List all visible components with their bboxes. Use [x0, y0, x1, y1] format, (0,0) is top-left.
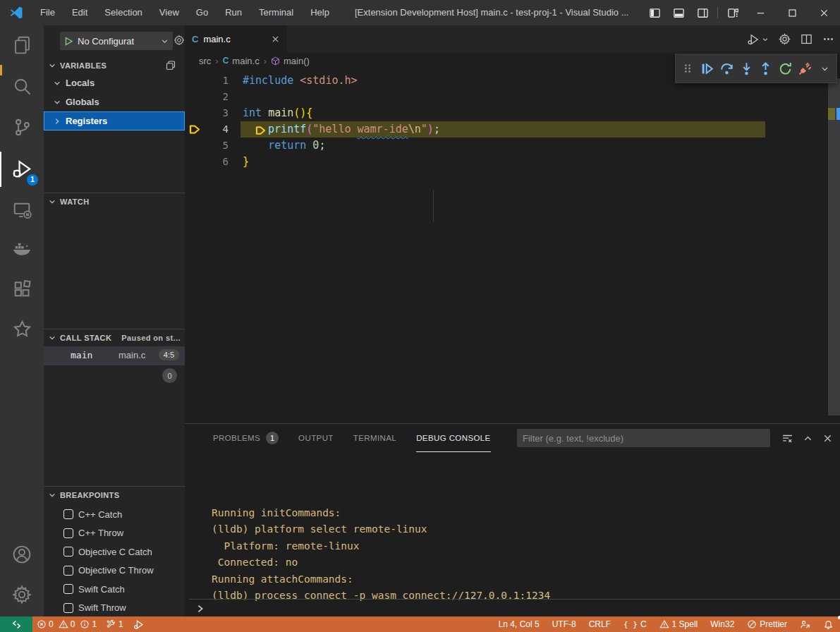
continue-button[interactable] [700, 58, 715, 79]
overview-ruler[interactable] [828, 78, 840, 415]
console-filter-input[interactable] [517, 429, 770, 447]
variables-section-header[interactable]: VARIABLES [44, 58, 185, 73]
debug-status-icon[interactable] [128, 616, 149, 632]
explorer-icon[interactable] [0, 28, 44, 61]
formatter-status[interactable]: Prettier [741, 616, 793, 632]
variables-tree-item[interactable]: Registers [44, 111, 185, 130]
stack-frame-row[interactable]: main main.c 4:5 [44, 346, 185, 365]
breakpoint-row[interactable]: Objective C Catch [44, 542, 185, 561]
run-or-debug-button[interactable] [747, 33, 769, 46]
settings-gear-icon[interactable] [0, 578, 44, 612]
glyph-margin[interactable] [185, 105, 206, 121]
breakpoint-checkbox[interactable] [63, 509, 73, 519]
tab-main-c[interactable]: C main.c [185, 25, 287, 53]
glyph-margin[interactable] [185, 138, 206, 154]
minimize-button[interactable] [745, 0, 777, 25]
breadcrumb-symbol[interactable]: main() [284, 56, 310, 66]
breakpoint-row[interactable]: Objective C Throw [44, 561, 185, 581]
language-mode[interactable]: { }C [617, 616, 653, 632]
start-debug-icon[interactable] [64, 37, 73, 46]
glyph-margin[interactable] [185, 121, 206, 138]
breakpoint-row[interactable]: Swift Throw [44, 599, 185, 618]
spell-checker-status[interactable]: 1 Spell [653, 616, 705, 632]
call-stack-section-header[interactable]: CALL STACK Paused on st... [44, 329, 185, 346]
glyph-margin[interactable] [185, 154, 206, 170]
debug-console-input[interactable] [189, 599, 840, 617]
breakpoint-checkbox[interactable] [63, 528, 73, 538]
notifications-bell-icon[interactable] [817, 616, 840, 632]
glyph-margin[interactable] [185, 73, 206, 89]
debug-config-dropdown[interactable]: No Configurat [60, 32, 173, 50]
panel-tab[interactable]: DEBUG CONSOLE [416, 424, 491, 452]
extensions-icon[interactable] [0, 272, 44, 306]
panel-tab[interactable]: TERMINAL [353, 424, 396, 452]
breakpoint-checkbox[interactable] [63, 566, 73, 576]
restart-button[interactable] [778, 58, 793, 79]
tools-status[interactable]: 1 [101, 616, 128, 632]
glyph-margin[interactable] [185, 89, 206, 105]
menu-item[interactable]: Run [217, 0, 250, 25]
debug-settings-gear-icon[interactable] [174, 35, 185, 46]
toggle-panel-button[interactable] [666, 0, 690, 25]
panel-tab[interactable]: OUTPUT [298, 424, 334, 452]
breakpoints-section-header[interactable]: BREAKPOINTS [44, 486, 185, 503]
feedback-icon[interactable] [793, 616, 817, 632]
code-editor[interactable]: 1 #include <stdio.h> 2 3 int main(){ 4 p… [185, 68, 828, 170]
breadcrumb-folder[interactable]: src [199, 56, 211, 66]
disconnect-button[interactable] [798, 58, 813, 79]
step-over-button[interactable] [719, 58, 735, 79]
cursor-position[interactable]: Ln 4, Col 5 [492, 616, 546, 632]
platform-target[interactable]: Win32 [704, 616, 741, 632]
toggle-sidebar-button[interactable] [643, 0, 666, 25]
chevron-down-icon[interactable] [817, 58, 832, 79]
menu-item[interactable]: File [32, 0, 63, 25]
search-icon[interactable] [0, 69, 44, 103]
breakpoint-row[interactable]: C++ Throw [44, 524, 185, 543]
problems-status[interactable]: 0 0 1 [32, 619, 101, 629]
breakpoint-row[interactable]: C++ Catch [44, 505, 185, 524]
encoding[interactable]: UTF-8 [546, 616, 583, 632]
close-panel-icon[interactable] [822, 433, 833, 444]
maximize-button[interactable] [777, 0, 808, 25]
eol-sequence[interactable]: CRLF [583, 616, 617, 632]
code-line[interactable]: 2 [185, 89, 828, 105]
variables-tree-item[interactable]: Globals [44, 92, 185, 111]
breakpoint-checkbox[interactable] [63, 603, 73, 613]
menu-item[interactable]: Go [188, 0, 217, 25]
panel-tab[interactable]: PROBLEMS 1 [213, 424, 279, 452]
breadcrumb-file[interactable]: main.c [232, 56, 259, 66]
step-out-button[interactable] [758, 58, 774, 79]
breakpoint-checkbox[interactable] [63, 547, 73, 557]
remote-explorer-icon[interactable] [0, 193, 44, 226]
clear-filter-icon[interactable] [781, 432, 793, 444]
menu-item[interactable]: Edit [63, 0, 96, 25]
code-line[interactable]: 6 } [185, 154, 828, 170]
split-editor-icon[interactable] [801, 33, 812, 45]
variables-tree-item[interactable]: Locals [44, 73, 185, 92]
run-and-debug-icon[interactable]: 1 [0, 152, 44, 186]
step-into-button[interactable] [738, 58, 754, 79]
code-line[interactable]: 5 return 0; [185, 138, 828, 154]
copy-icon[interactable] [165, 60, 176, 71]
source-control-icon[interactable] [0, 110, 44, 144]
menu-item[interactable]: Terminal [250, 0, 302, 25]
toggle-secondary-sidebar-button[interactable] [690, 0, 714, 25]
close-window-button[interactable] [808, 0, 840, 25]
code-line[interactable]: 3 int main(){ [185, 105, 828, 121]
breakpoint-row[interactable]: Swift Catch [44, 580, 185, 599]
customize-layout-button[interactable] [721, 0, 745, 25]
menu-item[interactable]: View [151, 0, 188, 25]
menu-item[interactable]: Selection [96, 0, 150, 25]
star-icon[interactable] [0, 312, 44, 346]
maximize-panel-icon[interactable] [803, 433, 813, 444]
code-line[interactable]: 4 printf("hello wamr-ide\n"); [185, 121, 828, 138]
watch-section-header[interactable]: WATCH [44, 193, 185, 209]
account-icon[interactable] [0, 537, 44, 571]
remote-indicator[interactable] [0, 616, 32, 632]
breakpoint-checkbox[interactable] [63, 584, 73, 594]
menu-item[interactable]: Help [302, 0, 338, 25]
toolbar-drag-handle[interactable] [680, 58, 695, 79]
more-actions-icon[interactable] [822, 33, 834, 45]
editor-settings-gear-icon[interactable] [779, 33, 791, 45]
docker-icon[interactable] [0, 231, 44, 265]
